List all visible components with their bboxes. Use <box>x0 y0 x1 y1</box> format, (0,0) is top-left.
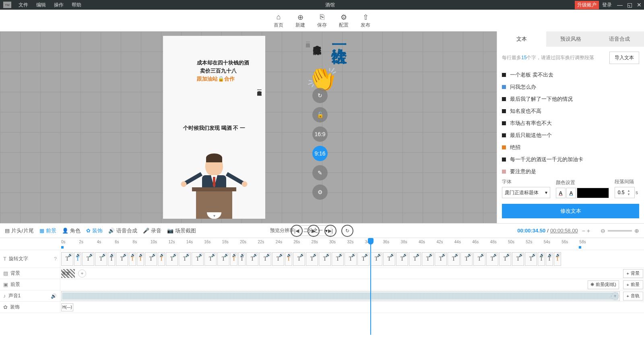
timeline-clip[interactable]: T🔊 <box>546 252 553 266</box>
menu-action[interactable]: 操作 <box>50 2 68 8</box>
track-header-deco[interactable]: ✿ 装饰 <box>0 302 60 313</box>
text-list-item[interactable]: 绝招 <box>502 141 639 153</box>
control-item[interactable]: 👤角色 <box>62 227 80 234</box>
time-minus-button[interactable]: − <box>582 228 585 234</box>
canvas-subtitle[interactable]: 个时候我们发现 喝酒 不 一 <box>183 124 245 132</box>
timeline-clip[interactable]: T🔊 <box>108 252 115 266</box>
canvas[interactable]: 成本却在四十块钱的酒 卖价三百九十八 跟加油站🔒合作 一次性给 怎么赚钱呢？ 是… <box>163 36 265 219</box>
track-body-fg[interactable]: ❋前景(彩纸) +前景 <box>60 279 644 290</box>
minimize-icon[interactable]: — <box>615 2 625 8</box>
help-icon[interactable]: ? <box>54 256 57 262</box>
login-button[interactable]: 登录 <box>602 2 612 8</box>
add-audio-clip-button[interactable]: + <box>611 292 619 300</box>
text-list-item[interactable]: 一个老板 卖不出去 <box>502 69 639 81</box>
timeline-clip[interactable]: T🔊 <box>306 252 318 266</box>
timeline-clip[interactable]: T🔊 <box>137 252 144 266</box>
ruler-start-marker[interactable] <box>61 246 64 249</box>
add-audio-track-button[interactable]: +音轨 <box>623 292 643 300</box>
maximize-icon[interactable]: ◱ <box>625 2 634 8</box>
tab-text[interactable]: 文本 <box>497 31 546 47</box>
timeline-clip[interactable]: T🔊 <box>116 252 128 266</box>
total-time[interactable]: 00:00:58.00 <box>550 228 578 234</box>
bg-clip[interactable]: 背景 <box>61 269 75 278</box>
timeline-clip[interactable]: T🔊 <box>370 252 382 266</box>
text-list-item[interactable]: 要注意的是 <box>502 166 639 174</box>
track-header-fg[interactable]: ▣ 前景 <box>0 279 60 290</box>
add-fg-track-button[interactable]: +前景 <box>623 280 643 289</box>
track-body-rotate[interactable]: T🔊T🔊T🔊T🔊T🔊T🔊T🔊T🔊T🔊T🔊T🔊T🔊T🔊T🔊T🔊T🔊T🔊T🔊T🔊T🔊… <box>60 250 644 267</box>
timeline-clip[interactable]: T🔊 <box>82 252 94 266</box>
track-header-rotate[interactable]: T 旋转文字 ? <box>0 250 60 267</box>
canvas-text-2[interactable]: 卖价三百九十八 <box>200 67 237 75</box>
color-preview[interactable] <box>577 188 609 198</box>
text-color-button[interactable]: A <box>556 188 566 198</box>
text-list[interactable]: 一个老板 卖不出去问我怎么办最后我了解了一下他的情况知名度也不高市场占有率也不大… <box>497 69 644 174</box>
tab-preset-style[interactable]: 预设风格 <box>546 31 595 47</box>
menu-help[interactable]: 帮助 <box>68 2 85 8</box>
config-button[interactable]: ⚙配置 <box>339 13 349 29</box>
timeline-ruler[interactable]: 0s2s4s6s8s10s12s14s16s18s20s22s24s26s28s… <box>0 238 644 250</box>
control-item[interactable]: ▦前景 <box>39 227 56 234</box>
timeline-clip[interactable]: T🔊 <box>204 252 217 266</box>
timeline-clip[interactable]: T🔊 <box>486 252 498 266</box>
timeline-clip[interactable]: T🔊 <box>61 252 73 266</box>
text-list-item[interactable]: 每一千元的酒送一千元的加油卡 <box>502 153 639 166</box>
timeline-clip[interactable]: T🔊 <box>74 252 81 266</box>
track-header-audio[interactable]: ♪ 声音1 🔊 <box>0 290 60 301</box>
text-list-item[interactable]: 最后只能送他一个 <box>502 129 639 141</box>
lock-tool-button[interactable]: 🔓 <box>312 107 328 122</box>
tab-voice-synth[interactable]: 语音合成 <box>595 31 644 47</box>
timeline-clip[interactable]: T🔊 <box>192 252 204 266</box>
ruler-end-marker[interactable] <box>579 246 581 249</box>
home-button[interactable]: ⌂首页 <box>274 13 283 29</box>
character[interactable] <box>174 146 254 219</box>
timeline-clip[interactable]: T🔊 <box>332 252 344 266</box>
control-item[interactable]: 📷场景截图 <box>167 227 196 234</box>
timeline-clip[interactable]: T🔊 <box>512 252 524 266</box>
modify-text-button[interactable]: 修改文本 <box>502 204 639 218</box>
audio-waveform[interactable] <box>61 291 620 301</box>
timeline-clip[interactable]: T🔊 <box>285 252 292 266</box>
ratio-16-9-button[interactable]: 16:9 <box>312 126 328 142</box>
timeline-clip[interactable]: T🔊 <box>293 252 305 266</box>
zoom-in-button[interactable]: ⊕ <box>634 228 639 234</box>
timeline-clip[interactable]: T🔊 <box>246 252 258 266</box>
timeline-clip[interactable]: T🔊 <box>230 252 237 266</box>
deco-clip[interactable]: H(---) <box>61 303 73 311</box>
timeline-clip[interactable]: T🔊 <box>166 252 178 266</box>
settings-tool-button[interactable]: ⚙ <box>312 184 328 200</box>
timeline-clip[interactable]: T🔊 <box>179 252 191 266</box>
timeline-clip[interactable]: T🔊 <box>259 252 271 266</box>
timeline-clip[interactable]: T🔊 <box>357 252 369 266</box>
timeline-clip[interactable]: T🔊 <box>499 252 511 266</box>
track-body-deco[interactable]: H(---) <box>60 302 644 313</box>
import-text-button[interactable]: 导入文本 <box>609 52 639 64</box>
speaker-icon[interactable]: 🔊 <box>51 293 57 299</box>
timeline-clip[interactable]: T🔊 <box>272 252 284 266</box>
play-button[interactable]: ▶ <box>308 225 320 237</box>
text-color-button-2[interactable]: A <box>566 188 576 198</box>
track-body-bg[interactable]: 背景 + +背景 <box>60 268 644 279</box>
timeline-clip[interactable]: T🔊 <box>145 252 157 266</box>
timeline-clip[interactable]: T🔊 <box>95 252 107 266</box>
timeline-clip[interactable]: T🔊 <box>383 252 395 266</box>
edit-tool-button[interactable]: ✎ <box>312 165 328 180</box>
upgrade-account-button[interactable]: 升级账户 <box>575 1 599 9</box>
track-body-audio[interactable]: + +音轨 <box>60 290 644 301</box>
spin-down-icon[interactable]: ▼ <box>627 193 630 196</box>
zoom-slider[interactable] <box>608 230 632 232</box>
close-icon[interactable]: ✕ <box>634 2 644 8</box>
add-bg-clip-button[interactable]: + <box>78 269 86 278</box>
control-item[interactable]: ✿装饰 <box>86 227 103 234</box>
timeline-clip[interactable]: T🔊 <box>217 252 229 266</box>
canvas-area[interactable]: 成本却在四十块钱的酒 卖价三百九十八 跟加油站🔒合作 一次性给 怎么赚钱呢？ 是… <box>0 31 497 223</box>
timeline-clip[interactable]: T🔊 <box>435 252 447 266</box>
timeline-clip[interactable]: T🔊 <box>554 252 561 266</box>
menu-file[interactable]: 文件 <box>14 2 32 8</box>
zoom-out-button[interactable]: ⊖ <box>601 228 605 234</box>
playhead[interactable] <box>370 238 371 335</box>
timeline-clip[interactable]: T🔊 <box>460 252 473 266</box>
timeline-clip[interactable]: T🔊 <box>538 252 545 266</box>
prev-button[interactable]: |◀ <box>291 225 303 237</box>
text-list-item[interactable]: 问我怎么办 <box>502 81 639 93</box>
